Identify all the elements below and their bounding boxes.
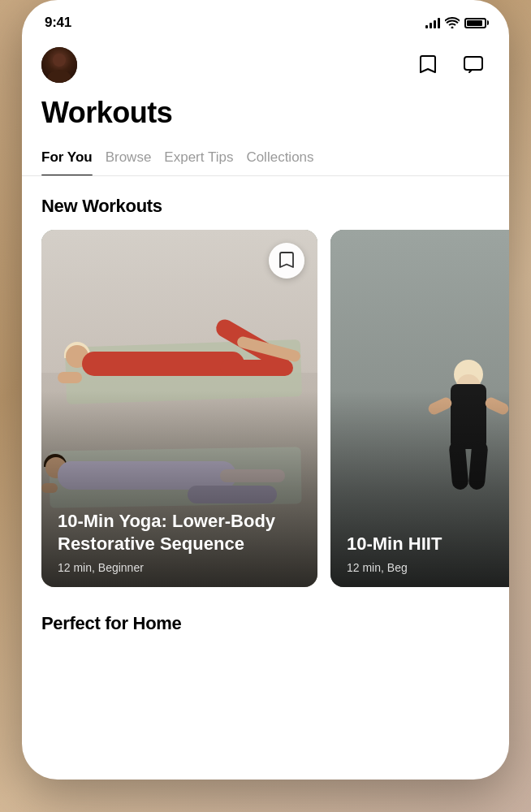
status-icons [425,17,486,28]
tab-browse[interactable]: Browse [106,143,165,175]
tab-expert-tips[interactable]: Expert Tips [164,143,246,175]
content-area: New Workouts [22,176,509,778]
workout-cards-scroll: 10-Min Yoga: Lower-Body Restorative Sequ… [22,230,509,587]
tab-bar: For You Browse Expert Tips Collections [22,130,509,176]
yoga-card-bookmark-button[interactable] [269,243,304,279]
svg-rect-0 [464,57,482,70]
status-bar: 9:41 [22,0,509,41]
bookmark-outline-icon [279,252,294,270]
wifi-icon [445,17,460,28]
hiit-card-text: 10-Min HIIT 12 min, Beg [330,520,509,587]
messages-button[interactable] [457,49,490,81]
message-icon [464,56,483,74]
hiit-workout-card[interactable]: 10-Min HIIT 12 min, Beg [330,230,509,587]
header-actions [412,49,490,81]
bookmark-button[interactable] [412,49,444,81]
hiit-card-title: 10-Min HIIT [347,533,509,556]
avatar[interactable] [41,47,77,83]
yoga-card-meta: 12 min, Beginner [58,561,301,574]
yoga-workout-card[interactable]: 10-Min Yoga: Lower-Body Restorative Sequ… [41,230,317,587]
page-title: Workouts [22,93,509,130]
app-card: 9:41 [22,0,509,780]
tab-for-you[interactable]: For You [41,143,106,175]
yoga-card-text: 10-Min Yoga: Lower-Body Restorative Sequ… [41,497,317,587]
tab-collections[interactable]: Collections [246,143,326,175]
header [22,41,509,93]
status-time: 9:41 [45,15,71,31]
new-workouts-section: New Workouts [22,176,509,587]
hiit-card-meta: 12 min, Beg [347,561,509,574]
signal-icon [425,17,440,28]
battery-icon [464,18,486,28]
yoga-card-title: 10-Min Yoga: Lower-Body Restorative Sequ… [58,510,301,556]
new-workouts-title: New Workouts [22,176,509,230]
perfect-for-home-section: Perfect for Home [22,587,509,647]
bookmark-icon [419,54,437,76]
perfect-for-home-title: Perfect for Home [22,594,509,647]
